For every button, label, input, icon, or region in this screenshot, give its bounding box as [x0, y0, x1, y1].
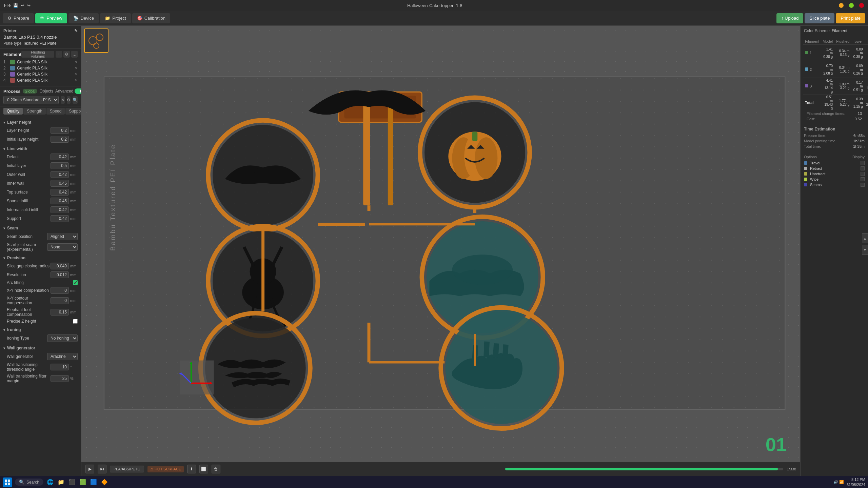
svg-rect-52	[5, 480, 7, 482]
title-bar-controls	[839, 3, 864, 8]
upload-btn[interactable]: ↑ Upload	[776, 13, 803, 23]
svg-rect-55	[8, 483, 10, 485]
seam-title[interactable]: Seam	[3, 226, 78, 230]
thumbnail-1[interactable]	[84, 28, 108, 53]
wall-transition-input[interactable]	[51, 364, 69, 370]
xy-hole-input[interactable]	[51, 287, 69, 294]
option-check-travel[interactable]	[861, 161, 865, 165]
option-color-seams	[804, 183, 807, 186]
tab-speed[interactable]: Speed	[46, 108, 65, 115]
file-menu[interactable]: File	[4, 3, 11, 8]
layer-up-btn[interactable]: ▲	[862, 233, 868, 243]
top-surface-input[interactable]	[51, 189, 69, 196]
tab-strength[interactable]: Strength	[23, 108, 45, 115]
resolution-input[interactable]	[51, 271, 69, 278]
printer-section: Printer ✎ Bambu Lab P1S 0.4 nozzle Plate…	[0, 26, 81, 49]
toolbar-icon1[interactable]: 💾	[13, 3, 18, 8]
seam-position-select[interactable]: Aligned	[47, 233, 78, 240]
preview-btn[interactable]: 👁 Preview	[35, 13, 67, 23]
printer-section-title[interactable]: Printer ✎	[3, 28, 78, 33]
taskbar-icon-terminal[interactable]: ⬛	[68, 478, 76, 486]
precise-z-checkbox[interactable]	[73, 319, 78, 324]
slice-gap-input[interactable]	[51, 263, 69, 269]
flush-volumes-btn[interactable]: Flushing volumes	[21, 51, 54, 58]
maximize-btn[interactable]	[849, 3, 854, 8]
scarf-joint-select[interactable]: None	[47, 243, 78, 251]
wall-gen-title[interactable]: Wall generator	[3, 346, 78, 350]
xy-contour-input[interactable]	[51, 297, 69, 304]
play-btn[interactable]: ▶	[85, 465, 94, 473]
objects-btn[interactable]: ⬜	[199, 465, 208, 473]
internal-solid-infill-input[interactable]	[51, 206, 69, 213]
svg-rect-53	[8, 480, 10, 482]
taskbar-icon-app3[interactable]: 🔶	[100, 478, 108, 486]
advanced-switch[interactable]	[75, 88, 81, 94]
default-input[interactable]	[51, 154, 69, 160]
filament-stats-section: Filament Model Flushed Tower Total 1 1.4…	[801, 36, 868, 124]
stat-color-3	[805, 84, 808, 87]
taskbar-icon-explorer[interactable]: 📁	[57, 478, 65, 486]
taskbar-icon-app1[interactable]: 🟩	[79, 478, 87, 486]
inner-wall-input[interactable]	[51, 180, 69, 187]
close-btn[interactable]	[859, 3, 864, 8]
add-filament-btn[interactable]: +	[56, 51, 62, 58]
filament-settings-btn[interactable]: ⚙	[63, 51, 70, 58]
device-btn[interactable]: 📡 Device	[68, 13, 99, 23]
preset-save-btn[interactable]: ⚙	[67, 96, 71, 104]
wall-filter-input[interactable]	[51, 375, 69, 382]
taskbar-search[interactable]: 🔍 Search	[15, 479, 43, 486]
arc-fitting-checkbox[interactable]	[73, 280, 78, 285]
start-button[interactable]	[3, 477, 12, 487]
initial-layer-height-input[interactable]	[51, 136, 69, 143]
option-check-retract[interactable]	[861, 166, 865, 170]
sparse-infill-input[interactable]	[51, 198, 69, 204]
project-btn[interactable]: 📁 Project	[100, 13, 131, 23]
cost-row: Cost: 0.52	[803, 116, 865, 122]
ironing-type-select[interactable]: No ironing	[47, 334, 78, 342]
outer-wall-input[interactable]	[51, 171, 69, 178]
elephant-foot-input[interactable]	[51, 309, 69, 316]
line-width-group: Line width Default mm Initial layer mm	[3, 146, 78, 223]
filament-stat-row-2: 2 0.70 m 2.08 g 0.34 m 1.01 g 0.09 m 0.2…	[803, 61, 868, 78]
slice-btn[interactable]: Slice plate	[805, 13, 834, 23]
options-section: Options Display Travel Retract Unretract	[801, 152, 868, 190]
minimize-btn[interactable]	[839, 3, 844, 8]
initial-layer-input[interactable]	[51, 162, 69, 169]
calibration-btn[interactable]: 🎯 Calibration	[132, 13, 170, 23]
layer-height-title[interactable]: Layer height	[3, 120, 78, 125]
main-layout: Printer ✎ Bambu Lab P1S 0.4 nozzle Plate…	[0, 26, 868, 476]
support-input[interactable]	[51, 215, 69, 222]
delete-btn[interactable]: 🗑	[212, 465, 220, 473]
layer-down-btn[interactable]: ▼	[862, 245, 868, 255]
preset-select[interactable]: 0.20mm Standard - P1S	[3, 96, 59, 104]
tab-support[interactable]: Support	[65, 108, 81, 115]
precision-title[interactable]: Precision	[3, 256, 78, 260]
filament-more-btn[interactable]: …	[71, 51, 78, 58]
ironing-title[interactable]: Ironing	[3, 327, 78, 332]
line-width-title[interactable]: Line width	[3, 146, 78, 151]
svg-rect-21	[363, 92, 370, 205]
taskbar-icon-edge[interactable]: 🌐	[46, 478, 54, 486]
taskbar-icon-app2[interactable]: 🟦	[90, 478, 98, 486]
option-check-seams[interactable]	[861, 183, 865, 187]
center-canvas[interactable]: Bambu Textured PEI Plate	[81, 26, 800, 476]
search-icon: 🔍	[19, 480, 24, 485]
tab-quality[interactable]: Quality	[3, 108, 23, 115]
bottom-bar: ▶ ⏮ PLA/ABS/PETG ⚠ HOT SURFACE ⬆ ⬜ 🗑 1/3…	[81, 462, 800, 476]
layers-btn[interactable]: ⬆	[187, 465, 196, 473]
preset-reset-btn[interactable]: ✕	[61, 96, 65, 104]
toolbar-icon3[interactable]: ↪	[27, 3, 31, 8]
option-check-wipe[interactable]	[861, 177, 865, 181]
filament-changes-row: Filament change times: 13	[803, 111, 865, 116]
rewind-btn[interactable]: ⏮	[98, 465, 106, 473]
preset-search-btn[interactable]: 🔍	[73, 96, 78, 104]
progress-track[interactable]	[505, 468, 783, 470]
toolbar-icon2[interactable]: ↩	[21, 3, 24, 8]
option-check-unretract[interactable]	[861, 172, 865, 176]
stat-color-2	[805, 67, 808, 71]
layer-height-input[interactable]	[51, 127, 69, 134]
print-btn[interactable]: Print plate	[836, 13, 865, 23]
scarf-joint-row: Scarf joint seam (experimental) None	[3, 241, 78, 253]
prepare-btn[interactable]: ⚙ Prepare	[3, 13, 34, 23]
wall-generator-select[interactable]: Arachne	[47, 353, 78, 360]
